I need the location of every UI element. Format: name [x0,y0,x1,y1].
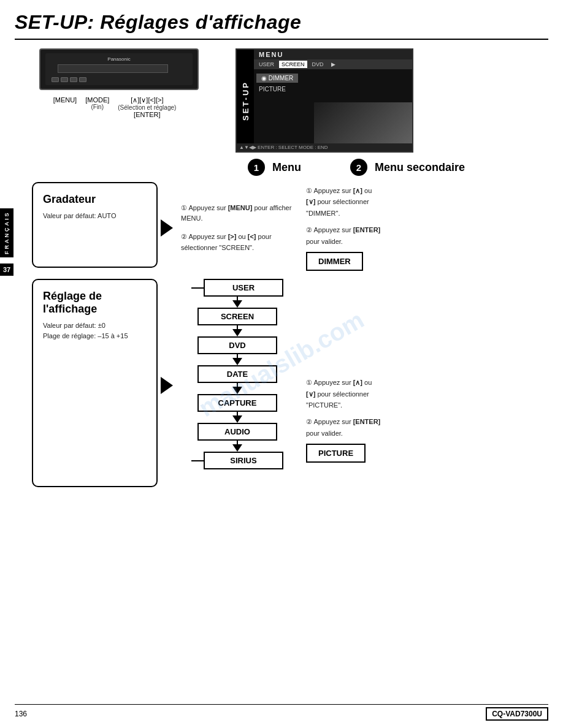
arrow-down-5 [232,415,242,423]
ctrl-enter: [ENTER] [134,111,160,118]
arrow-down-2 [232,329,242,336]
screen-tab-user: USER [256,61,277,68]
section2-right-step1: ① Appuyez sur [∧] ou [∨] pour sélectionn… [306,377,548,411]
ctrl-group-menu: [MENU] [53,96,77,104]
heading-menu: Menu [272,161,301,174]
section1-right-step1: ① Appuyez sur [∧] ou [∨] pour sélectionn… [306,185,548,219]
heading-group-1: 1 Menu [248,159,301,176]
menu-item-capture: CAPTURE [197,394,277,412]
main-content: Gradateur Valeur par défaut: AUTO ① Appu… [32,182,548,493]
arrow-right-1 [161,219,173,237]
ctrl-group-arrows: [∧][∨][<][>] (Sélection et réglage) [ENT… [118,96,176,118]
section1-left: Gradateur Valeur par défaut: AUTO [32,182,158,274]
device-btn-4 [79,77,86,82]
gradateur-box: Gradateur Valeur par défaut: AUTO [32,182,158,268]
screen-area: SET-UP MENU USER SCREEN DVD ▶ ◉ DIMMER P… [236,48,548,153]
ctrl-menu: [MENU] [53,96,77,104]
setup-vertical-label: SET-UP [241,81,250,121]
section2-right-step2: ② Appuyez sur [ENTER] pour valider. [306,416,548,439]
section2-row: Réglage de l'affichage Valeur par défaut… [32,279,548,493]
page-title: SET-UP: Réglages d'affichage [15,11,548,34]
screen-content: MENU USER SCREEN DVD ▶ ◉ DIMMER PICTURE [254,50,412,93]
section2-right: ① Appuyez sur [∧] ou [∨] pour sélectionn… [299,279,548,463]
section1-arrow [158,219,176,237]
menu-item-dvd: DVD [197,336,277,354]
arrow-down-6 [232,444,242,452]
menu-flow: USER SCREEN DVD DATE [191,279,283,469]
menu-item-audio: AUDIO [197,423,277,441]
screen-menu-bar: MENU [254,50,412,59]
menu-item-date: DATE [197,365,277,383]
heading-group-2: 2 Menu secondaire [350,159,465,176]
device-brand-label: Panasonic [107,56,130,62]
device-area: Panasonic [MENU] [MODE] (Fin) [∧][∨][<][ [15,48,223,118]
arrow-right-2 [161,377,173,394]
device-inner: Panasonic [45,53,193,85]
device-slot [58,64,168,73]
model-badge: CQ-VAD7300U [486,707,548,721]
arrow-down-3 [232,358,242,365]
sidebar-page-num: 37 [0,264,13,276]
heading-menu-secondaire: Menu secondaire [375,161,465,174]
ctrl-arrows-sub: (Sélection et réglage) [118,104,176,111]
reglage-default1: Valeur par défaut: ±0 [43,320,147,331]
section1-right: ① Appuyez sur [∧] ou [∨] pour sélectionn… [299,185,548,271]
section2-left: Réglage de l'affichage Valeur par défaut… [32,279,158,493]
section1-right-step2: ② Appuyez sur [ENTER] pour valider. [306,224,548,247]
gradateur-default: Valeur par défaut: AUTO [43,211,147,221]
section1-step1: ① Appuyez sur [MENU] pour afficher MENU. [181,199,294,228]
arrow-down-4 [232,387,242,394]
ctrl-mode-sub: (Fin) [91,104,104,110]
sirius-left-line [191,460,204,461]
reglage-default2: Plage de réglage: –15 à +15 [43,331,147,341]
step-circle-2: 2 [350,159,367,176]
flow-start-connector: USER [191,279,283,297]
screen-bottom-bar: ▲▼◀▶ ENTER : SELECT MODE : END [237,143,412,151]
step-circle-1: 1 [248,159,265,176]
device-btn-3 [70,77,77,82]
device-buttons [52,77,86,82]
menu-item-sirius: SIRIUS [204,452,283,469]
screen-mock: SET-UP MENU USER SCREEN DVD ▶ ◉ DIMMER P… [236,48,413,153]
device-btn-2 [61,77,68,82]
screen-tab-arrow: ▶ [329,61,338,68]
screen-tabs: USER SCREEN DVD ▶ [254,59,412,69]
gradateur-title: Gradateur [43,193,147,206]
ctrl-mode: [MODE] [85,96,109,104]
screen-item-picture: PICTURE [254,85,412,93]
reglage-box: Réglage de l'affichage Valeur par défaut… [32,279,158,487]
section2-arrow [158,377,176,394]
ctrl-group-mode: [MODE] (Fin) [85,96,109,110]
ctrl-arrows: [∧][∨][<][>] [131,96,163,104]
menu-item-screen: SCREEN [197,308,277,325]
section1-center: ① Appuyez sur [MENU] pour afficher MENU.… [176,199,299,257]
section2-center: USER SCREEN DVD DATE [176,279,299,469]
bottom-bar: 136 CQ-VAD7300U [15,704,548,721]
reglage-title: Réglage de l'affichage [43,290,147,316]
sidebar-lang-label: FRANÇAIS [0,208,13,257]
section1-row: Gradateur Valeur par défaut: AUTO ① Appu… [32,182,548,274]
control-labels: [MENU] [MODE] (Fin) [∧][∨][<][>] (Sélect… [53,96,185,118]
device-btn-1 [52,77,59,82]
dimmer-result: DIMMER [306,252,363,271]
screen-tab-dvd: DVD [310,61,326,68]
page-number: 136 [15,710,27,718]
lang-text: FRANÇAIS [4,211,10,255]
arrow-down-1 [232,300,242,308]
screen-tab-screen: SCREEN [279,61,307,68]
menu-item-user: USER [204,279,283,297]
device-image: Panasonic [39,48,199,90]
picture-result: PICTURE [306,444,366,463]
title-divider [15,39,548,40]
headings-row: 1 Menu 2 Menu secondaire [248,159,548,176]
sirius-row: SIRIUS [191,452,283,469]
flow-hline-start [191,287,204,289]
screen-highlight-dimmer: ◉ DIMMER [256,74,298,83]
top-section: Panasonic [MENU] [MODE] (Fin) [∧][∨][<][ [15,48,548,153]
section1-step2: ② Appuyez sur [>] ou [<] pour sélectionn… [181,228,294,257]
